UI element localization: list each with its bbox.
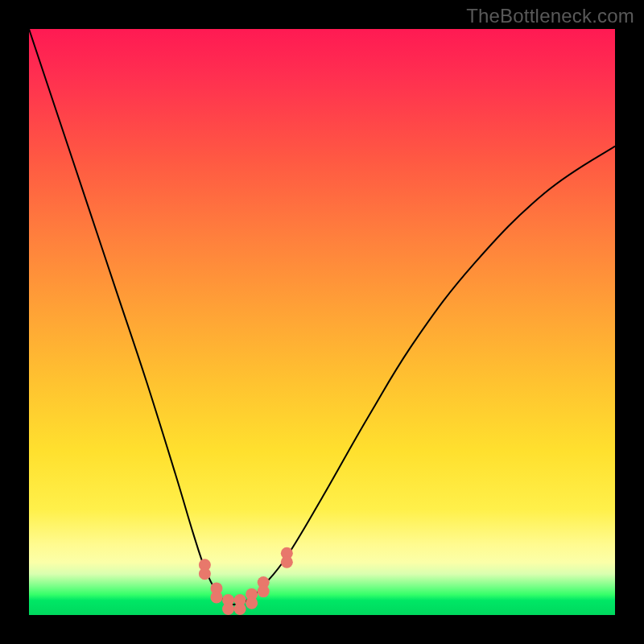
bottleneck-curve-path (29, 29, 615, 605)
trough-dot (199, 568, 211, 580)
watermark-text: TheBottleneck.com (466, 5, 634, 27)
dots-layer (199, 547, 293, 615)
curve-layer (29, 29, 615, 605)
trough-dot (210, 591, 222, 603)
trough-dot (234, 603, 246, 615)
chart-frame: TheBottleneck.com (0, 0, 644, 644)
trough-dot (258, 585, 270, 597)
trough-dot (222, 603, 234, 615)
trough-dot (246, 597, 258, 609)
bottleneck-curve-svg (29, 29, 615, 615)
trough-dot (281, 556, 293, 568)
plot-area (29, 29, 615, 615)
